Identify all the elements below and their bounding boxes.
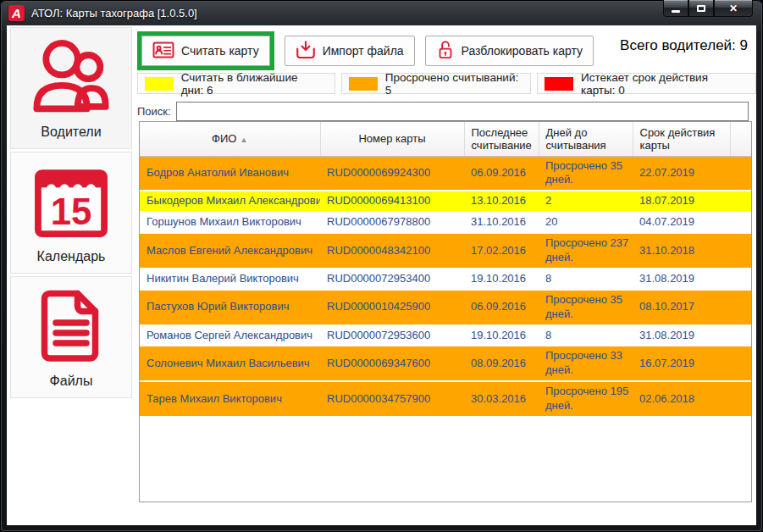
cell-name: Маслов Евгений Александрович [140, 233, 320, 269]
table-row[interactable]: Романов Сергей АлександровичRUD000007295… [140, 325, 751, 346]
sidebar-item-label: Файлы [50, 374, 93, 389]
table-row[interactable]: Горшунов Михаил ВикторовичRUD00000679788… [140, 212, 751, 233]
cell-card-number: RUD0000010425900 [320, 290, 464, 325]
cell-card-number: RUD0000069924300 [320, 156, 464, 191]
titlebar[interactable]: A АТОЛ: Карты тахографа [1.0.5.0] [0, 0, 763, 25]
cell-days-to-read: Просрочено 35 дней. [539, 156, 633, 191]
content-area: Водители 15 Календарь [7, 25, 756, 525]
drivers-table-body: Бодров Анатолий ИвановичRUD0000069924300… [140, 156, 751, 417]
cell-days-to-read: 2 [539, 191, 633, 212]
cell-days-to-read: Просрочено 195 дней. [539, 381, 633, 417]
column-header-valid-until[interactable]: Срок действия карты [633, 122, 730, 156]
cell-filler [730, 290, 751, 325]
cell-valid-until: 02.06.2018 [633, 381, 730, 417]
minimize-icon[interactable] [663, 0, 688, 17]
column-header-card-number[interactable]: Номер карты [320, 122, 464, 156]
table-row[interactable]: Маслов Евгений АлександровичRUD000004834… [140, 233, 751, 269]
column-header-filler [730, 122, 751, 156]
legend-label: Просрочено считываний: 5 [385, 71, 518, 97]
cell-days-to-read: Просрочено 35 дней. [539, 290, 633, 325]
sidebar-item-label: Календарь [37, 249, 106, 264]
table-row[interactable]: Никитин Валерий ВикторовичRUD00000729534… [140, 269, 751, 290]
cell-card-number: RUD0000072953400 [320, 269, 464, 290]
cell-card-number: RUD0000072953600 [320, 325, 464, 346]
cell-name: Пастухов Юрий Викторович [140, 290, 320, 325]
legend-item-due-soon: Считать в ближайшие дни: 6 [137, 73, 335, 94]
cell-last-read: 08.09.2016 [464, 346, 539, 381]
cell-filler [730, 346, 751, 381]
drivers-icon [11, 28, 131, 125]
drivers-table: ФИО▲ Номер карты Последнее считывание Дн… [139, 121, 752, 502]
red-swatch-icon [545, 77, 573, 91]
svg-text:15: 15 [51, 191, 92, 232]
table-row[interactable]: Солоневич Михаил ВасильевичRUD0000069347… [140, 346, 751, 381]
legend-label: Считать в ближайшие дни: 6 [181, 71, 323, 97]
cell-filler [730, 269, 751, 290]
column-header-name[interactable]: ФИО▲ [140, 122, 320, 156]
cell-days-to-read: 8 [539, 325, 633, 346]
cell-filler [730, 212, 751, 233]
sidebar: Водители 15 Календарь [10, 27, 132, 401]
table-row[interactable]: Пастухов Юрий ВикторовичRUD0000010425900… [140, 290, 751, 325]
toolbar: Считать карту Импорт файла [137, 31, 604, 70]
cell-days-to-read: 20 [539, 212, 633, 233]
table-row[interactable]: Быкодеров Михаил АлександровичRUD0000069… [140, 191, 751, 212]
cell-filler [730, 191, 751, 212]
table-row[interactable]: Бодров Анатолий ИвановичRUD0000069924300… [140, 156, 751, 191]
search-input[interactable] [176, 102, 749, 121]
maximize-icon[interactable] [688, 0, 714, 17]
cell-last-read: 06.09.2016 [464, 290, 539, 325]
main-panel: Считать карту Импорт файла [137, 25, 756, 525]
yellow-swatch-icon [145, 77, 174, 91]
cell-filler [730, 325, 751, 346]
search-label: Поиск: [137, 105, 176, 118]
sidebar-item-drivers[interactable]: Водители [10, 27, 132, 149]
table-row[interactable]: Тарев Михаил ВикторовичRUD00000347579003… [140, 381, 751, 417]
cell-filler [730, 233, 751, 269]
column-header-last-read[interactable]: Последнее считывание [464, 122, 539, 156]
cell-days-to-read: 8 [539, 269, 633, 290]
cell-card-number: RUD0000067978800 [320, 212, 464, 233]
sidebar-item-label: Водители [41, 125, 101, 140]
cell-last-read: 31.10.2016 [464, 212, 539, 233]
search-row: Поиск: [137, 101, 749, 121]
files-icon [11, 277, 131, 374]
cell-name: Бодров Анатолий Иванович [140, 156, 320, 191]
import-file-button[interactable]: Импорт файла [285, 36, 415, 66]
import-file-button-label: Импорт файла [323, 44, 404, 58]
legend-label: Истекает срок действия карты: 0 [581, 71, 744, 97]
window-title: АТОЛ: Карты тахографа [1.0.5.0] [31, 7, 197, 19]
cell-last-read: 19.10.2016 [464, 325, 539, 346]
orange-swatch-icon [349, 77, 378, 91]
table-header-row: ФИО▲ Номер карты Последнее считывание Дн… [140, 122, 751, 156]
unlock-card-icon [436, 40, 455, 63]
calendar-icon: 15 [11, 152, 131, 249]
sidebar-item-calendar[interactable]: 15 Календарь [10, 152, 132, 274]
cell-name: Горшунов Михаил Викторович [140, 212, 320, 233]
cell-last-read: 17.02.2016 [464, 233, 539, 269]
app-window: A АТОЛ: Карты тахографа [1.0.5.0] ✕ Води… [0, 0, 763, 532]
cell-card-number: RUD0000069413100 [320, 191, 464, 212]
cell-days-to-read: Просрочено 33 дней. [539, 346, 633, 381]
cell-name: Быкодеров Михаил Александрович [140, 191, 320, 212]
cell-last-read: 06.09.2016 [464, 156, 539, 191]
column-header-days-to-read[interactable]: Дней до считывания [539, 122, 633, 156]
cell-filler [730, 156, 751, 191]
cell-last-read: 13.10.2016 [464, 191, 539, 212]
cell-valid-until: 16.07.2019 [633, 346, 730, 381]
sort-asc-icon: ▲ [240, 136, 247, 144]
total-drivers-label: Всего водителей: 9 [620, 37, 748, 54]
cell-name: Никитин Валерий Викторович [140, 269, 320, 290]
read-card-button-label: Считать карту [181, 44, 259, 58]
close-icon[interactable]: ✕ [714, 0, 753, 17]
unlock-card-button-label: Разблокировать карту [462, 44, 583, 58]
legend: Считать в ближайшие дни: 6 Просрочено сч… [137, 73, 756, 94]
cell-valid-until: 08.10.2017 [633, 290, 730, 325]
annotation-highlight-box: Считать карту [137, 31, 274, 70]
cell-last-read: 30.03.2016 [464, 381, 539, 417]
legend-item-overdue: Просрочено считываний: 5 [341, 73, 531, 94]
cell-filler [730, 381, 751, 417]
sidebar-item-files[interactable]: Файлы [10, 276, 132, 398]
unlock-card-button[interactable]: Разблокировать карту [425, 36, 594, 66]
read-card-button[interactable]: Считать карту [141, 36, 270, 66]
